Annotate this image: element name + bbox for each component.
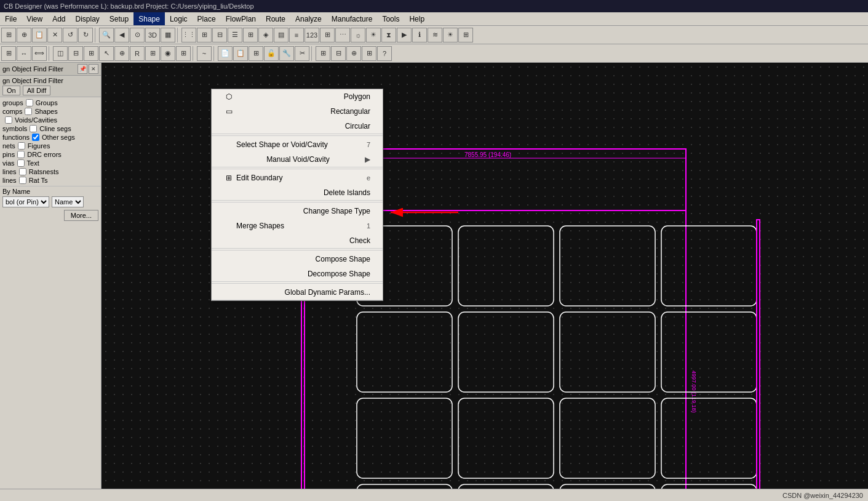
menu-route[interactable]: Route: [261, 12, 290, 25]
tb-btn-18[interactable]: ▤: [274, 28, 289, 42]
tb2-btn-3[interactable]: ⟺: [32, 46, 47, 61]
tb-btn-24[interactable]: ☀: [366, 28, 381, 42]
tb-btn-8[interactable]: ◀: [114, 28, 129, 42]
tb-btn-9[interactable]: ⊙: [130, 28, 145, 42]
tb-btn-30[interactable]: ⊞: [458, 28, 473, 42]
tb2-btn-11[interactable]: ◉: [161, 46, 175, 61]
menu-place[interactable]: Place: [193, 12, 221, 25]
tb2-btn-16[interactable]: ⊞: [249, 46, 263, 61]
cb-ratts[interactable]: [19, 177, 26, 184]
menu-shape[interactable]: Shape: [133, 12, 165, 25]
cb-shapes[interactable]: [25, 108, 32, 115]
tb-btn-12[interactable]: ⋮⋮: [181, 28, 196, 42]
tb-btn-10[interactable]: 3D: [145, 28, 160, 42]
menu-merge-shapes[interactable]: Merge Shapes 1: [212, 218, 383, 233]
tb-btn-20[interactable]: 123: [305, 28, 319, 42]
tb2-btn-21[interactable]: ⊟: [331, 46, 346, 61]
more-button[interactable]: More...: [64, 210, 98, 221]
tb2-btn-5[interactable]: ⊟: [68, 46, 83, 61]
tb-btn-5[interactable]: ↺: [63, 28, 78, 42]
tb-btn-23[interactable]: ☼: [351, 28, 365, 42]
menu-setup[interactable]: Setup: [105, 12, 133, 25]
cb-drcerrors[interactable]: [17, 151, 25, 158]
tb2-btn-1[interactable]: ⊞: [1, 46, 16, 61]
tb-btn-3[interactable]: 📋: [32, 28, 47, 42]
tb-btn-1[interactable]: ⊞: [1, 28, 16, 42]
find-on-btn[interactable]: On: [2, 86, 20, 95]
find-alldiff-btn[interactable]: All Diff: [23, 86, 51, 95]
menu-file[interactable]: File: [0, 12, 22, 25]
tb2-btn-12[interactable]: ⊞: [176, 46, 191, 61]
tb2-btn-8[interactable]: ⊕: [114, 46, 129, 61]
cb-voids[interactable]: [5, 116, 12, 124]
tb-btn-13[interactable]: ⊞: [197, 28, 212, 42]
menu-help[interactable]: Help: [404, 12, 429, 25]
menu-manual-void[interactable]: Manual Void/Cavity ▶: [212, 152, 383, 167]
tb-btn-26[interactable]: ▶: [397, 28, 412, 42]
tb-btn-21[interactable]: ⊞: [320, 28, 335, 42]
menu-decompose-shape[interactable]: Decompose Shape: [212, 267, 383, 281]
tb2-btn-13[interactable]: ~: [197, 46, 212, 61]
menu-check[interactable]: Check: [212, 233, 383, 248]
cb-clinesegs[interactable]: [30, 125, 37, 132]
menu-analyze[interactable]: Analyze: [290, 12, 327, 25]
tb-btn-15[interactable]: ☰: [228, 28, 242, 42]
tb2-btn-17[interactable]: 🔓: [264, 46, 279, 61]
tb2-btn-15[interactable]: 📋: [233, 46, 248, 61]
sidebar-close-btn[interactable]: ✕: [89, 64, 98, 74]
menu-logic[interactable]: Logic: [165, 12, 193, 25]
menu-view[interactable]: View: [22, 12, 47, 25]
tb2-btn-23[interactable]: ⊞: [362, 46, 376, 61]
tb-btn-27[interactable]: ℹ: [412, 28, 427, 42]
tb2-btn-20[interactable]: ⊞: [316, 46, 330, 61]
tb-btn-28[interactable]: ≋: [428, 28, 442, 42]
by-name-select[interactable]: bol (or Pin): [2, 196, 49, 207]
menu-compose-shape[interactable]: Compose Shape: [212, 252, 383, 267]
tb-btn-11[interactable]: ▦: [161, 28, 175, 42]
menu-global-dynamic[interactable]: Global Dynamic Params...: [212, 285, 383, 300]
tb-btn-17[interactable]: ◈: [258, 28, 273, 42]
tb2-btn-19[interactable]: ✂: [295, 46, 309, 61]
menu-delete-islands[interactable]: Delete Islands: [212, 185, 383, 200]
menu-edit-boundary[interactable]: ⊞ Edit Boundary e: [212, 170, 383, 185]
cb-groups[interactable]: [26, 99, 33, 106]
menu-display[interactable]: Display: [71, 12, 105, 25]
tb-btn-25[interactable]: ⧗: [381, 28, 396, 42]
tb-btn-29[interactable]: ☀: [443, 28, 458, 42]
tb-btn-16[interactable]: ⊞: [243, 28, 258, 42]
tb-btn-14[interactable]: ⊟: [212, 28, 227, 42]
tb-btn-4[interactable]: ✕: [47, 28, 62, 42]
cb-othersegs[interactable]: [32, 134, 39, 141]
menu-circular[interactable]: Circular: [212, 119, 383, 134]
canvas-area[interactable]: 7855.95 (194.46) 4023.62 (2.4 4997.00 (1…: [102, 63, 868, 489]
tb-btn-6[interactable]: ↻: [78, 28, 93, 42]
sidebar-pin-btn[interactable]: 📌: [78, 64, 87, 74]
tb2-btn-22[interactable]: ⊕: [346, 46, 361, 61]
menu-manufacture[interactable]: Manufacture: [327, 12, 378, 25]
tb-btn-22[interactable]: ⋯: [335, 28, 350, 42]
menu-add[interactable]: Add: [47, 12, 70, 25]
tb2-btn-4[interactable]: ◫: [53, 46, 68, 61]
tb-btn-7[interactable]: 🔍: [99, 28, 114, 42]
cb-text[interactable]: [17, 159, 25, 167]
name-select[interactable]: Name: [52, 196, 84, 207]
cb-ratsnests[interactable]: [19, 168, 26, 175]
cb-figures[interactable]: [18, 142, 25, 150]
menu-rectangular[interactable]: ▭ Rectangular: [212, 104, 383, 119]
tb-btn-19[interactable]: ≡: [289, 28, 304, 42]
tb2-btn-24[interactable]: ?: [377, 46, 392, 61]
menu-change-shape-type[interactable]: Change Shape Type: [212, 204, 383, 218]
menu-flowplan[interactable]: FlowPlan: [221, 12, 261, 25]
menu-tools[interactable]: Tools: [377, 12, 404, 25]
menu-polygon[interactable]: ⬡ Polygon: [212, 89, 383, 104]
tb2-btn-9[interactable]: R: [130, 46, 145, 61]
tb-btn-2[interactable]: ⊕: [17, 28, 31, 42]
tb2-btn-7[interactable]: ↖: [99, 46, 114, 61]
tb2-btn-6[interactable]: ⊞: [84, 46, 98, 61]
status-bar: CSDN @weixin_44294230: [0, 489, 868, 501]
tb2-btn-18[interactable]: 🔧: [279, 46, 294, 61]
menu-select-shape[interactable]: Select Shape or Void/Cavity 7: [212, 137, 383, 152]
tb2-btn-2[interactable]: ↔: [17, 46, 31, 61]
tb2-btn-14[interactable]: 📄: [218, 46, 233, 61]
tb2-btn-10[interactable]: ⊞: [145, 46, 160, 61]
